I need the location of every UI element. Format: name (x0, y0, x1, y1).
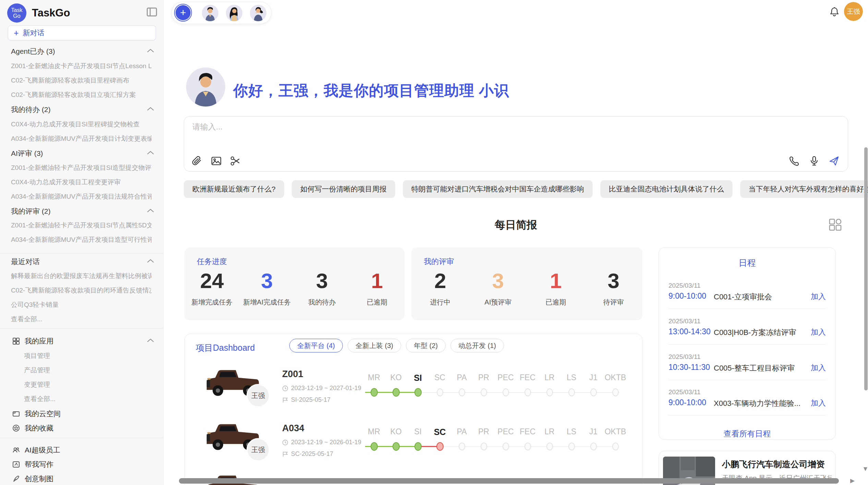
new-chat-button[interactable]: + 新对话 (8, 25, 156, 40)
section-ai-review[interactable]: AI评审 (3) (11, 149, 43, 158)
logo-text-1: Task (11, 7, 23, 13)
conversation-item[interactable]: C02-飞腾新能源轻客改款项目的闭环通告反馈情况 (11, 286, 152, 295)
avatar[interactable] (226, 5, 242, 21)
schedule-item-title: C005-整车工程目标评审 (714, 363, 795, 373)
horizontal-scrollbar-thumb[interactable] (179, 478, 839, 484)
chevron-up-icon[interactable] (147, 49, 154, 53)
conversation-item[interactable]: C02-飞腾新能源轻客改款项目里程碑画布 (11, 76, 152, 85)
conversation-item[interactable]: A034-全新新能源MUV产品开发项目法规符合性评审 (11, 192, 152, 201)
section-my-review[interactable]: 我的评审 (2) (11, 207, 51, 216)
filter-pill[interactable]: 动总开发 (1) (450, 339, 504, 352)
schedule-item-title: C003|H0B-方案冻结评审 (714, 327, 796, 338)
sidebar-collapse-icon[interactable] (147, 8, 157, 16)
scissors-icon[interactable] (230, 156, 241, 166)
apps-view-all[interactable]: 查看全部... (24, 395, 56, 403)
join-link[interactable]: 加入 (811, 363, 826, 373)
milestone-timeline: MRKOSISCPAPRPECFECLRLSJ1OKTB (363, 373, 626, 397)
project-row[interactable]: 王强 A034 2023-12-19 ~ 2026-01-19 SC-2025-… (185, 420, 643, 471)
app-item[interactable]: 变更管理 (24, 380, 50, 389)
milestone-dot (525, 443, 531, 450)
section-my-todo[interactable]: 我的待办 (2) (11, 105, 51, 114)
milestone-dot (546, 388, 553, 396)
join-link[interactable]: 加入 (811, 398, 826, 408)
layout-grid-icon[interactable] (828, 219, 843, 231)
project-date-range: 2023-12-19 ~ 2026-01-19 (282, 439, 361, 446)
chevron-up-icon[interactable] (147, 107, 154, 111)
send-icon[interactable] (829, 156, 840, 166)
chevron-up-icon[interactable] (147, 338, 154, 343)
vertical-scrollbar-thumb[interactable] (864, 147, 868, 390)
suggestion-chip[interactable]: 特朗普可能对进口汽车增税会对中国车企造成哪些影响 (403, 180, 593, 198)
suggestion-chip[interactable]: 如何写一份清晰的项目周报 (292, 180, 395, 198)
conversation-item[interactable]: Z001-全新燃油轻卡产品开发项目SI造型提交物评审 (11, 163, 152, 172)
app-item[interactable]: 项目管理 (24, 351, 50, 360)
conversation-item[interactable]: Z001-全新燃油轻卡产品开发项目SI节点属性5D文件评审 (11, 221, 152, 230)
conversation-item[interactable]: C02-飞腾新能源轻客改款项目立项汇报方案 (11, 90, 152, 99)
tool-creative-drawing[interactable]: 创意制图 (12, 474, 53, 484)
divider (0, 328, 164, 328)
divider (668, 415, 826, 415)
conversation-item[interactable]: A034-全新新能源MUV产品开发项目计划变更表编写 (11, 134, 152, 143)
star-badge-icon (12, 424, 20, 432)
people-icon (12, 446, 20, 454)
conversation-item[interactable]: Z001-全新燃油皮卡产品开发项目SI节点Lesson Learn报告 (11, 62, 152, 71)
project-owner-badge: 王强 (246, 384, 270, 407)
milestone-dot (568, 443, 575, 450)
app-logo: Task Go (7, 3, 26, 23)
dashboard-filters: 全新平台 (4) 全新上装 (3) 年型 (2) 动总开发 (1) (289, 339, 504, 352)
divider (668, 380, 826, 380)
schedule-card: 日程 2025/03/11 9:00-10:00 C001-立项审批会 加入 2… (659, 247, 836, 440)
my-favorites-label: 我的收藏 (25, 423, 53, 433)
assistant-avatar (186, 67, 225, 107)
join-link[interactable]: 加入 (811, 327, 826, 337)
microphone-icon[interactable] (809, 156, 820, 166)
app-item[interactable]: 产品管理 (24, 366, 50, 375)
my-favorites[interactable]: 我的收藏 (12, 423, 53, 433)
view-all-schedule-link[interactable]: 查看所有日程 (659, 428, 835, 439)
milestone-dot-overdue (436, 442, 444, 451)
my-cloud-space[interactable]: 我的云空间 (12, 409, 61, 419)
conversation-item[interactable]: C0X4-动力总成开发项目工程变更评审 (11, 178, 152, 187)
phone-call-icon[interactable] (789, 156, 800, 166)
chevron-up-icon[interactable] (147, 151, 154, 155)
conversation-item[interactable]: C0X4-动力总成开发项目SI里程碑提交物检查 (11, 120, 152, 129)
feather-pen-icon (12, 475, 20, 483)
add-session-button[interactable]: + (174, 4, 192, 22)
conversation-item[interactable]: A034-全新新能源MUV产品开发项目造型可行性评审 (11, 235, 152, 244)
filter-pill[interactable]: 全新上装 (3) (348, 339, 401, 352)
suggestion-chip[interactable]: 比亚迪全固态电池计划具体说了什么 (600, 180, 733, 198)
dashboard-title: 项目Dashboard (196, 342, 255, 353)
filter-pill[interactable]: 年型 (2) (406, 339, 446, 352)
scroll-right-arrow[interactable]: ▶ (850, 477, 855, 484)
message-input[interactable] (192, 122, 776, 132)
attachment-icon[interactable] (192, 156, 203, 166)
suggestion-chip[interactable]: 欧洲新规最近颁布了什么? (184, 180, 284, 198)
conversation-item[interactable]: 解释最新出台的欧盟报废车法规再生塑料比例被调至15%... (11, 272, 152, 281)
suggestion-chip[interactable]: 当下年轻人对汽车外观有怎样的喜好趋势 (740, 180, 868, 198)
chevron-up-icon[interactable] (147, 209, 154, 213)
avatar[interactable] (250, 5, 266, 21)
join-link[interactable]: 加入 (811, 291, 826, 302)
schedule-time: 9:00-10:00 (668, 291, 706, 301)
scroll-down-arrow[interactable]: ▼ (862, 465, 868, 473)
tool-help-me-write[interactable]: 帮我写作 (12, 460, 53, 469)
notifications-bell-icon[interactable] (829, 6, 840, 17)
section-recent-chats[interactable]: 最近对话 (11, 257, 40, 266)
clock-icon (282, 439, 288, 446)
schedule-time: 10:30-11:30 (668, 363, 710, 372)
section-agent-done[interactable]: Agent已办 (3) (11, 47, 55, 56)
my-apps-header[interactable]: 我的应用 (12, 336, 53, 346)
flag-icon (282, 397, 288, 403)
chevron-up-icon[interactable] (147, 259, 154, 263)
news-title: 小鹏飞行汽车制造公司增资 (722, 459, 825, 470)
milestone-dot (612, 443, 619, 450)
avatar[interactable] (202, 5, 218, 21)
image-icon[interactable] (211, 156, 222, 166)
tool-ai-super-staff[interactable]: AI超级员工 (12, 445, 60, 455)
plus-icon: + (14, 28, 19, 38)
conversation-item[interactable]: 公司Q3轻卡销量 (11, 300, 152, 309)
filter-pill[interactable]: 全新平台 (4) (289, 339, 343, 352)
recent-view-all[interactable]: 查看全部... (11, 315, 152, 324)
project-row[interactable]: 王强 Z001 2023-12-19 ~ 2027-01-19 SI-2025-… (185, 365, 643, 417)
user-avatar[interactable]: 王强 (844, 2, 863, 21)
